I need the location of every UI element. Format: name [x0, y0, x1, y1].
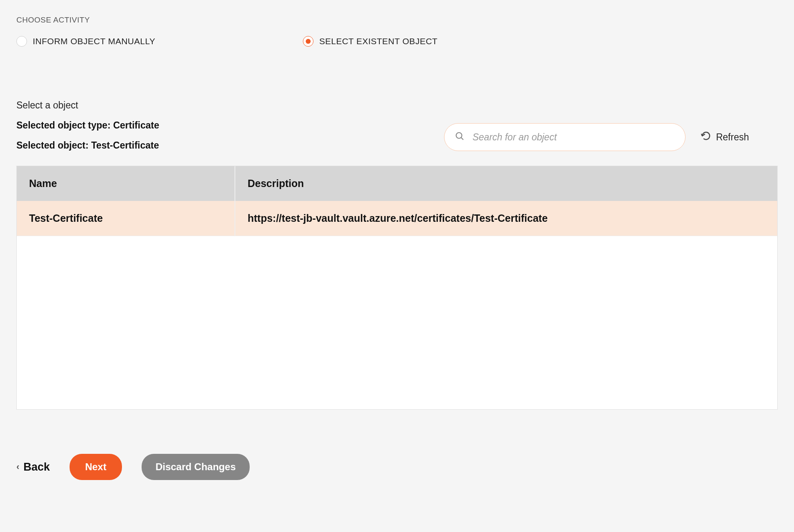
- next-button[interactable]: Next: [70, 454, 122, 480]
- activity-radio-group: INFORM OBJECT MANUALLY SELECT EXISTENT O…: [16, 36, 778, 47]
- object-table: Name Description Test-Certificate https:…: [16, 166, 778, 410]
- refresh-icon: [701, 131, 711, 143]
- radio-label-select: SELECT EXISTENT OBJECT: [319, 36, 438, 46]
- radio-icon: [16, 36, 27, 47]
- footer-actions: ‹ Back Next Discard Changes: [16, 454, 778, 480]
- svg-line-1: [461, 138, 463, 140]
- column-header-name[interactable]: Name: [17, 166, 235, 201]
- select-object-heading: Select a object: [16, 100, 778, 111]
- radio-label-manual: INFORM OBJECT MANUALLY: [33, 36, 156, 46]
- discard-button[interactable]: Discard Changes: [142, 454, 250, 480]
- search-wrap: [444, 123, 686, 151]
- svg-point-0: [456, 133, 462, 138]
- radio-inform-manually[interactable]: INFORM OBJECT MANUALLY: [16, 36, 303, 47]
- cell-name: Test-Certificate: [17, 201, 235, 236]
- choose-activity-label: CHOOSE ACTIVITY: [16, 16, 778, 25]
- refresh-label: Refresh: [716, 132, 749, 143]
- back-button[interactable]: ‹ Back: [16, 461, 50, 473]
- refresh-button[interactable]: Refresh: [701, 131, 749, 143]
- column-header-description[interactable]: Description: [235, 166, 777, 201]
- radio-icon: [303, 36, 314, 47]
- cell-description: https://test-jb-vault.vault.azure.net/ce…: [235, 201, 777, 236]
- table-header: Name Description: [17, 166, 777, 201]
- radio-select-existent[interactable]: SELECT EXISTENT OBJECT: [303, 36, 589, 47]
- table-row[interactable]: Test-Certificate https://test-jb-vault.v…: [17, 201, 777, 236]
- search-icon: [455, 131, 465, 143]
- chevron-left-icon: ‹: [16, 462, 19, 472]
- back-label: Back: [23, 461, 50, 473]
- search-input[interactable]: [444, 123, 686, 151]
